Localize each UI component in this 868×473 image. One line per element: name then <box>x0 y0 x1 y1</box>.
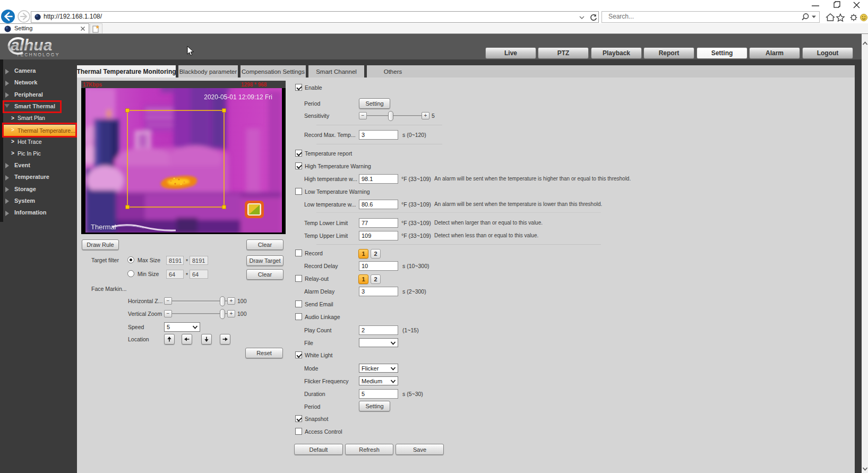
svg-text:17Kbps: 17Kbps <box>83 82 102 88</box>
svg-text:2020-05-01 12:09:12 Fri: 2020-05-01 12:09:12 Fri <box>204 93 272 101</box>
svg-text:1298 * 968: 1298 * 968 <box>241 82 267 88</box>
svg-text:Thermal: Thermal <box>91 223 116 231</box>
